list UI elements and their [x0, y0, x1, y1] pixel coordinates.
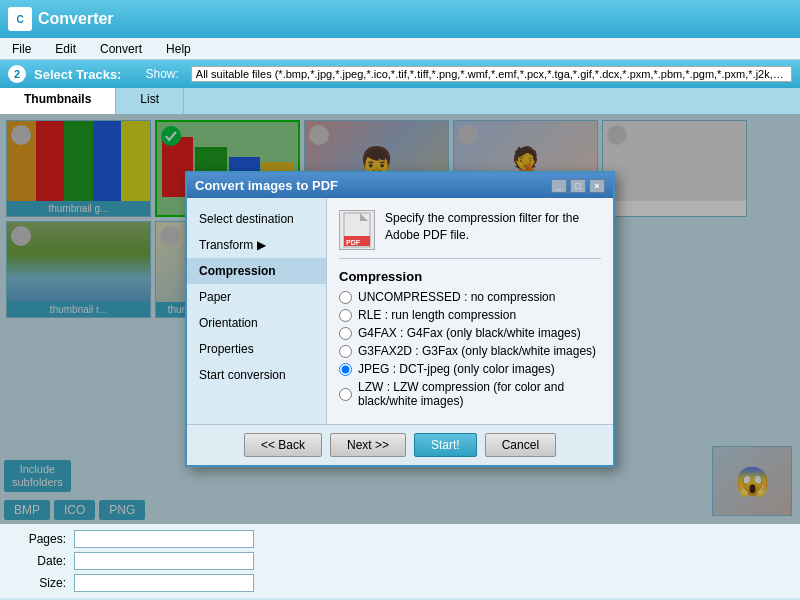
filter-text[interactable]: All suitable files (*.bmp,*.jpg,*.jpeg,*…	[191, 66, 792, 82]
footer-row-date: Date:	[16, 552, 784, 570]
modal-title: Convert images to PDF	[195, 178, 338, 193]
modal-header: PDF Specify the compression filter for t…	[339, 210, 601, 259]
radio-lzw[interactable]	[339, 388, 352, 401]
modal-nav-transform[interactable]: Transform ▶	[187, 232, 326, 258]
footer-size-input[interactable]	[74, 574, 254, 592]
titlebar: C Converter	[0, 0, 800, 38]
start-button[interactable]: Start!	[414, 433, 477, 457]
modal-dialog: Convert images to PDF _ □ × Select desti…	[185, 171, 615, 467]
modal-nav-start-conversion[interactable]: Start conversion	[187, 362, 326, 388]
modal-overlay: Convert images to PDF _ □ × Select desti…	[0, 114, 800, 524]
radio-uncompressed[interactable]	[339, 291, 352, 304]
footer-row-pages: Pages:	[16, 530, 784, 548]
modal-nav-orientation[interactable]: Orientation	[187, 310, 326, 336]
app-title: Converter	[38, 10, 114, 28]
modal-footer: << Back Next >> Start! Cancel	[187, 424, 613, 465]
menu-help[interactable]: Help	[162, 40, 195, 58]
radio-g3fax2d[interactable]	[339, 345, 352, 358]
menu-convert[interactable]: Convert	[96, 40, 146, 58]
modal-body: Select destination Transform ▶ Compressi…	[187, 198, 613, 424]
stepbar: 2 Select Tracks: Show: All suitable file…	[0, 60, 800, 88]
menu-file[interactable]: File	[8, 40, 35, 58]
modal-sidebar: Select destination Transform ▶ Compressi…	[187, 198, 327, 424]
radio-row-2: RLE : run length compression	[339, 308, 601, 322]
modal-nav-properties[interactable]: Properties	[187, 336, 326, 362]
radio-label-g3fax2d: G3FAX2D : G3Fax (only black/white images…	[358, 344, 596, 358]
next-button[interactable]: Next >>	[330, 433, 406, 457]
radio-jpeg[interactable]	[339, 363, 352, 376]
step-label: Select Tracks:	[34, 67, 121, 82]
modal-content: PDF Specify the compression filter for t…	[327, 198, 613, 424]
app-icon: C	[8, 7, 32, 31]
radio-rle[interactable]	[339, 309, 352, 322]
radio-label-jpeg: JPEG : DCT-jpeg (only color images)	[358, 362, 555, 376]
modal-maximize-button[interactable]: □	[570, 179, 586, 193]
radio-label-uncompressed: UNCOMPRESSED : no compression	[358, 290, 555, 304]
tab-list[interactable]: List	[116, 88, 184, 114]
radio-label-g4fax: G4FAX : G4Fax (only black/white images)	[358, 326, 581, 340]
radio-row-1: UNCOMPRESSED : no compression	[339, 290, 601, 304]
tabs: Thumbnails List	[0, 88, 800, 114]
footer-pages-input[interactable]	[74, 530, 254, 548]
tab-thumbnails[interactable]: Thumbnails	[0, 88, 116, 114]
svg-text:PDF: PDF	[346, 239, 361, 246]
radio-row-4: G3FAX2D : G3Fax (only black/white images…	[339, 344, 601, 358]
modal-nav-paper[interactable]: Paper	[187, 284, 326, 310]
main-content: thumbnail g... 👦 🤦	[0, 114, 800, 524]
menubar: File Edit Convert Help	[0, 38, 800, 60]
footer-date-label: Date:	[16, 554, 66, 568]
footer-pages-label: Pages:	[16, 532, 66, 546]
compression-title: Compression	[339, 269, 601, 284]
radio-row-3: G4FAX : G4Fax (only black/white images)	[339, 326, 601, 340]
menu-edit[interactable]: Edit	[51, 40, 80, 58]
compression-section: Compression UNCOMPRESSED : no compressio…	[339, 269, 601, 408]
modal-title-buttons: _ □ ×	[551, 179, 605, 193]
radio-row-5: JPEG : DCT-jpeg (only color images)	[339, 362, 601, 376]
radio-g4fax[interactable]	[339, 327, 352, 340]
modal-nav-select-destination[interactable]: Select destination	[187, 206, 326, 232]
modal-description: Specify the compression filter for the A…	[385, 210, 601, 250]
radio-row-6: LZW : LZW compression (for color and bla…	[339, 380, 601, 408]
modal-close-button[interactable]: ×	[589, 179, 605, 193]
modal-minimize-button[interactable]: _	[551, 179, 567, 193]
footer-size-label: Size:	[16, 576, 66, 590]
radio-label-lzw: LZW : LZW compression (for color and bla…	[358, 380, 601, 408]
show-label: Show:	[145, 67, 178, 81]
modal-titlebar: Convert images to PDF _ □ ×	[187, 173, 613, 198]
radio-label-rle: RLE : run length compression	[358, 308, 516, 322]
footer-date-input[interactable]	[74, 552, 254, 570]
footer: Pages: Date: Size:	[0, 524, 800, 598]
modal-nav-compression[interactable]: Compression	[187, 258, 326, 284]
cancel-button[interactable]: Cancel	[485, 433, 556, 457]
step-number: 2	[8, 65, 26, 83]
pdf-icon: PDF	[339, 210, 375, 250]
footer-row-size: Size:	[16, 574, 784, 592]
back-button[interactable]: << Back	[244, 433, 322, 457]
